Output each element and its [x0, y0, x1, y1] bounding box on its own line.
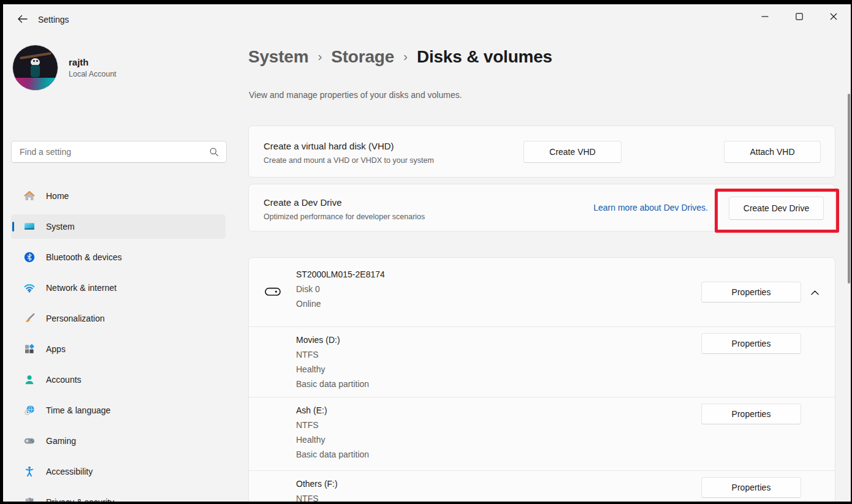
dev-drive-card-title: Create a Dev Drive: [264, 197, 342, 208]
minimize-icon: [761, 13, 769, 20]
dev-drive-card: Create a Dev Drive Optimized performance…: [248, 184, 835, 231]
vertical-scrollbar-thumb[interactable]: [848, 94, 850, 284]
sidebar-item-accessibility[interactable]: Accessibility: [11, 459, 226, 484]
volume-type: Basic data partition: [296, 377, 369, 391]
volume-type: Basic data partition: [296, 447, 369, 462]
disk-status: Online: [296, 296, 385, 311]
dev-drive-card-description: Optimized performance for developer scen…: [264, 213, 425, 221]
breadcrumb: System›Storage›Disks & volumes: [248, 47, 552, 67]
volume-properties-button[interactable]: Properties: [701, 333, 801, 354]
apps-icon: [23, 343, 36, 355]
create-vhd-button[interactable]: Create VHD: [523, 141, 622, 163]
back-button[interactable]: [12, 10, 32, 28]
time-language-icon: [23, 404, 36, 416]
user-avatar: [12, 45, 58, 91]
volume-row-ash: Ash (E:) NTFS Healthy Basic data partiti…: [249, 397, 835, 470]
sidebar-item-label: Gaming: [46, 436, 76, 446]
sidebar-item-label: Bluetooth & devices: [46, 252, 122, 262]
sidebar-item-time-language[interactable]: Time & language: [11, 398, 226, 423]
app-title: Settings: [38, 15, 69, 24]
volume-name: Others (F:): [296, 476, 338, 491]
user-name: rajth: [69, 56, 116, 69]
sidebar-item-label: Personalization: [46, 314, 105, 323]
sidebar-item-apps[interactable]: Apps: [11, 337, 226, 361]
vhd-card: Create a virtual hard disk (VHD) Create …: [248, 126, 835, 178]
search-box: [11, 141, 227, 163]
collapse-disk-button[interactable]: [804, 284, 826, 302]
volume-name: Ash (E:): [296, 403, 369, 418]
close-icon: [830, 13, 837, 20]
sidebar-item-privacy-security[interactable]: Privacy & security: [11, 490, 226, 502]
sidebar: rajth Local Account Home Sy: [3, 34, 243, 502]
personalization-icon: [23, 312, 36, 325]
maximize-button[interactable]: [782, 4, 816, 29]
titlebar: Settings: [3, 4, 851, 34]
sidebar-nav: Home System Bluetooth & devices Net: [11, 184, 226, 502]
disk-name: ST2000LM015-2E8174: [296, 267, 385, 282]
accounts-icon: [23, 374, 36, 386]
window-controls: [748, 4, 851, 29]
sidebar-item-gaming[interactable]: Gaming: [11, 429, 226, 453]
volume-health: Healthy: [296, 362, 369, 377]
volume-filesystem: NTFS: [296, 347, 369, 362]
volume-properties-button[interactable]: Properties: [701, 404, 801, 424]
disk-card: ST2000LM015-2E8174 Disk 0 Online Propert…: [248, 257, 835, 502]
breadcrumb-separator: ›: [403, 49, 408, 63]
chevron-up-icon: [811, 290, 819, 295]
sidebar-item-label: Accessibility: [46, 467, 93, 476]
sidebar-item-label: Home: [46, 191, 69, 201]
page-title: Disks & volumes: [417, 47, 552, 66]
vhd-card-description: Create and mount a VHD or VHDX to your s…: [264, 156, 434, 165]
sidebar-item-bluetooth-devices[interactable]: Bluetooth & devices: [11, 245, 226, 269]
disk-header-row: ST2000LM015-2E8174 Disk 0 Online Propert…: [249, 258, 835, 326]
volume-filesystem: NTFS: [296, 418, 369, 432]
disk-number: Disk 0: [296, 282, 385, 296]
user-account-type: Local Account: [69, 69, 116, 80]
volume-name: Movies (D:): [296, 333, 369, 347]
selected-accent-bar: [12, 222, 14, 231]
sidebar-item-label: Network & internet: [46, 283, 116, 293]
attach-vhd-button[interactable]: Attach VHD: [724, 141, 821, 163]
home-icon: [23, 190, 36, 202]
volume-health: Healthy: [296, 432, 369, 447]
close-button[interactable]: [816, 4, 851, 29]
breadcrumb-separator: ›: [318, 49, 322, 63]
volume-row-movies: Movies (D:) NTFS Healthy Basic data part…: [249, 327, 835, 397]
back-arrow-icon: [17, 14, 28, 24]
sidebar-item-accounts[interactable]: Accounts: [11, 367, 226, 392]
search-icon: [209, 147, 219, 157]
volume-row-others: Others (F:) NTFS Properties: [249, 471, 835, 502]
gaming-icon: [23, 435, 36, 447]
settings-window: Settings: [3, 4, 851, 502]
volume-filesystem: NTFS: [296, 491, 338, 502]
network-icon: [23, 282, 36, 294]
main-content: System›Storage›Disks & volumes View and …: [248, 34, 851, 502]
maximize-icon: [796, 13, 803, 20]
sidebar-item-label: Time & language: [46, 405, 110, 415]
sidebar-item-home[interactable]: Home: [11, 184, 226, 208]
sidebar-item-personalization[interactable]: Personalization: [11, 306, 226, 331]
sidebar-item-system[interactable]: System: [11, 214, 226, 239]
sidebar-item-label: System: [46, 222, 75, 231]
breadcrumb-system[interactable]: System: [248, 47, 308, 66]
create-dev-drive-button[interactable]: Create Dev Drive: [729, 197, 824, 220]
privacy-icon: [23, 496, 36, 502]
vhd-card-title: Create a virtual hard disk (VHD): [264, 141, 394, 151]
sidebar-item-label: Privacy & security: [46, 497, 114, 502]
user-block: rajth Local Account: [12, 45, 116, 91]
sidebar-item-network-internet[interactable]: Network & internet: [11, 276, 226, 300]
breadcrumb-storage[interactable]: Storage: [331, 47, 394, 66]
drive-icon: [265, 287, 281, 299]
sidebar-item-label: Accounts: [46, 375, 82, 385]
minimize-button[interactable]: [748, 4, 782, 29]
learn-more-dev-drives-link[interactable]: Learn more about Dev Drives.: [593, 203, 708, 213]
disk-properties-button[interactable]: Properties: [701, 282, 801, 303]
volume-properties-button[interactable]: Properties: [701, 477, 801, 498]
page-subtitle: View and manage properties of your disks…: [249, 90, 462, 100]
system-icon: [23, 220, 36, 233]
search-input[interactable]: [12, 147, 209, 157]
accessibility-icon: [23, 465, 36, 478]
bluetooth-icon: [23, 251, 36, 263]
sidebar-item-label: Apps: [46, 344, 66, 354]
